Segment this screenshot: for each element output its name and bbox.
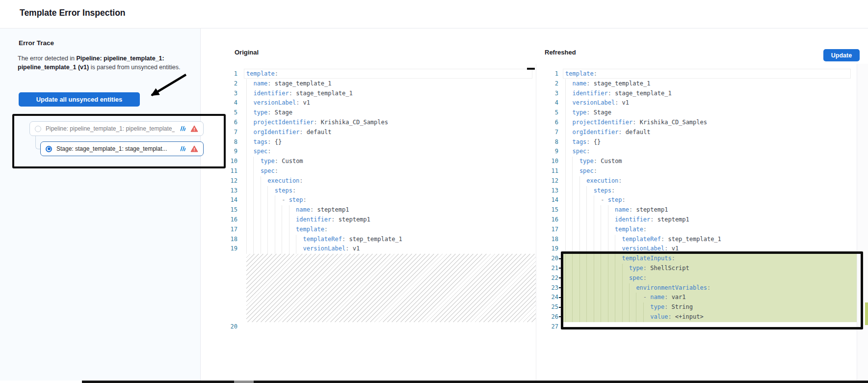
yaml-key: spec xyxy=(572,148,586,155)
yaml-value: stage_template_1 xyxy=(271,80,332,87)
line-number: 22 xyxy=(546,274,562,283)
code-text: orgIdentifier: default xyxy=(242,128,536,137)
line-number: 11 xyxy=(226,166,242,176)
line-number: 17 xyxy=(226,225,242,235)
indent-guide xyxy=(246,157,253,166)
line-number: 8 xyxy=(546,137,562,147)
radio-icon[interactable] xyxy=(35,126,41,132)
indent-guide xyxy=(289,225,296,235)
code-line: 11spec: xyxy=(226,166,536,176)
indent-guide xyxy=(282,225,289,235)
indent-guide xyxy=(282,205,289,215)
yaml-key: template xyxy=(246,70,275,77)
code-text: template: xyxy=(242,69,536,79)
indent-guide xyxy=(565,166,572,176)
yaml-key: orgIdentifier xyxy=(253,129,299,136)
yaml-value: v1 xyxy=(349,245,360,252)
indent-guide xyxy=(275,205,282,215)
code-line: 2name: stage_template_1 xyxy=(226,79,536,89)
line-number: 7 xyxy=(546,128,562,137)
bottom-scrollbar[interactable] xyxy=(82,381,868,383)
indent-guide xyxy=(253,225,260,235)
indent-guide xyxy=(579,215,586,225)
yaml-key: steps xyxy=(594,187,611,194)
warning-icon xyxy=(190,145,198,152)
indent-guide xyxy=(267,215,274,225)
yaml-value: steptemp1 xyxy=(335,216,370,223)
code-line: 6projectIdentifier: Krishika_CD_Samples xyxy=(546,118,858,128)
indent-guide xyxy=(282,244,289,254)
original-yaml-editor[interactable]: 1template:2name: stage_template_13identi… xyxy=(226,69,536,332)
indent-guide xyxy=(615,235,622,245)
line-number: 24 xyxy=(546,293,562,302)
line-number: 8 xyxy=(226,137,242,147)
template-icon xyxy=(179,146,186,152)
yaml-colon: : xyxy=(622,196,626,203)
code-line: 11spec: xyxy=(546,166,858,176)
line-number: 6 xyxy=(546,118,562,128)
yaml-value: v1 xyxy=(618,99,629,106)
indent-guide xyxy=(565,128,572,137)
code-text: execution: xyxy=(562,176,858,186)
indent-guide xyxy=(261,215,267,225)
code-text: spec: xyxy=(562,166,858,176)
indent-guide xyxy=(601,235,607,245)
line-number: 9 xyxy=(226,147,242,157)
yaml-key: versionLabel xyxy=(253,99,296,106)
yaml-value: stage_template_1 xyxy=(611,90,672,97)
indent-guide xyxy=(296,244,303,254)
indent-guide xyxy=(267,205,274,215)
yaml-value: steptemp1 xyxy=(314,206,349,213)
indent-guide xyxy=(246,137,253,147)
yaml-key: identifier xyxy=(572,90,607,97)
yaml-value: {} xyxy=(271,138,282,145)
yaml-value: steptemp1 xyxy=(632,206,668,213)
yaml-value: Custom xyxy=(597,158,622,164)
code-text: - step: xyxy=(562,195,858,205)
tree-item-stage[interactable]: Stage: stage_template_1: stage_templat..… xyxy=(40,141,204,156)
indent-guide xyxy=(565,186,572,196)
line-number: 16 xyxy=(226,215,242,225)
code-text: versionLabel: v1 xyxy=(242,244,536,254)
update-all-unsynced-entities-button[interactable]: Update all unsynced entities xyxy=(19,92,140,107)
code-line: 8tags: {} xyxy=(226,137,536,147)
indent-guide xyxy=(565,89,572,99)
indent-guide xyxy=(261,176,267,186)
code-line: 1template: xyxy=(226,69,536,79)
line-number: 11 xyxy=(546,166,562,176)
desc-suffix: is parsed from unsynced entities. xyxy=(89,64,180,71)
tree-item-pipeline[interactable]: Pipeline: pipeline_template_1: pipeline_… xyxy=(29,121,204,136)
yaml-value: v1 xyxy=(299,99,310,106)
overview-ruler[interactable] xyxy=(857,64,868,381)
diff-added-marker xyxy=(865,302,868,325)
line-number: 16 xyxy=(546,215,562,225)
yaml-value: {} xyxy=(590,138,601,145)
yaml-key: template xyxy=(565,70,594,77)
indent-guide xyxy=(246,108,253,118)
line-number: 17 xyxy=(546,225,562,235)
indent-guide xyxy=(572,176,579,186)
indent-guide xyxy=(572,225,579,235)
indent-guide xyxy=(565,98,572,108)
yaml-value: default xyxy=(303,129,332,136)
indent-guide xyxy=(289,215,296,225)
line-number: 21 xyxy=(546,264,562,274)
indent-guide xyxy=(246,128,253,137)
indent-guide xyxy=(282,215,289,225)
yaml-colon: : xyxy=(292,187,296,194)
indent-guide xyxy=(261,244,267,254)
code-text: template: xyxy=(562,69,858,79)
indent-guide xyxy=(579,176,586,186)
yaml-colon: : xyxy=(618,177,622,184)
update-button[interactable]: Update xyxy=(823,49,860,61)
line-number: 18 xyxy=(546,235,562,245)
yaml-value: default xyxy=(622,129,651,136)
radio-icon[interactable] xyxy=(46,146,52,152)
line-number: 3 xyxy=(546,89,562,99)
yaml-colon: : xyxy=(299,177,303,184)
indent-guide xyxy=(579,205,586,215)
line-number: 4 xyxy=(226,98,242,108)
yaml-colon: : xyxy=(608,90,611,97)
code-text: type: Custom xyxy=(242,157,536,166)
code-text: identifier: steptemp1 xyxy=(562,215,858,225)
